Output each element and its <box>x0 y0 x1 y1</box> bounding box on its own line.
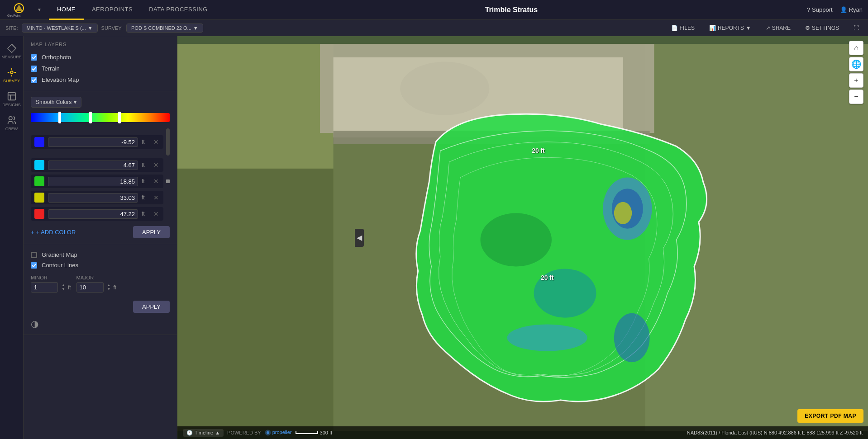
contour-lines-checkbox[interactable] <box>31 262 37 269</box>
files-btn[interactable]: 📄 FILES <box>668 24 698 33</box>
color-remove-4[interactable]: ✕ <box>153 194 160 201</box>
layer-terrain: Terrain <box>31 63 170 74</box>
support-btn[interactable]: ? Support <box>807 6 833 13</box>
map-svg: 20 ft 20 ft <box>177 36 868 439</box>
svg-rect-11 <box>177 169 334 431</box>
chevron-down-icon: ▼ <box>88 25 93 31</box>
svg-line-5 <box>12 44 16 48</box>
nav-aeropoints[interactable]: AEROPOINTS <box>84 0 141 20</box>
svg-text:GeoPoint: GeoPoint <box>7 14 20 17</box>
map-layers-section: MAP LAYERS Orthophoto Terrain Elevation … <box>24 36 177 91</box>
check-icon <box>32 78 36 82</box>
share-btn[interactable]: ↗ SHARE <box>762 24 794 33</box>
gradient-handle-2[interactable] <box>89 112 92 123</box>
survey-selector[interactable]: POD S COMBINED 22 O... ▼ <box>126 24 203 33</box>
propeller-logo: propeller <box>265 430 292 436</box>
major-input-row: ▲ ▼ ft <box>76 282 117 293</box>
svg-point-23 <box>614 202 632 224</box>
color-value-2[interactable] <box>48 160 138 170</box>
color-swatch-5[interactable] <box>34 209 44 219</box>
color-swatch-1[interactable] <box>34 137 44 147</box>
svg-text:20 ft: 20 ft <box>532 147 545 154</box>
sidebar-item-measure[interactable]: MEASURE <box>1 40 23 63</box>
orthophoto-label: Orthophoto <box>42 54 71 61</box>
color-value-1[interactable] <box>48 137 138 147</box>
major-input[interactable] <box>76 282 104 293</box>
color-remove-1[interactable]: ✕ <box>153 138 160 146</box>
color-remove-3[interactable]: ✕ <box>153 178 160 185</box>
logo-dropdown[interactable]: ▼ <box>37 7 42 12</box>
color-remove-2[interactable]: ✕ <box>153 161 160 169</box>
globe-btn[interactable]: 🌐 <box>849 57 863 71</box>
major-unit: ft <box>114 284 117 291</box>
timeline-btn[interactable]: 🕐 Timeline ▲ <box>183 429 224 437</box>
site-selector[interactable]: MINTO - WESTLAKE S (... ▼ <box>22 24 98 33</box>
color-remove-5[interactable]: ✕ <box>153 210 160 217</box>
nav-data-processing[interactable]: DATA PROCESSING <box>141 0 216 20</box>
contour-lines-label: Contour Lines <box>42 262 78 269</box>
main-content: MEASURE SURVEY DESIGNS CREW <box>0 36 868 439</box>
elevation-map-checkbox[interactable] <box>31 77 37 83</box>
chevron-left-icon: ◀ <box>357 233 362 242</box>
color-row-3: ft ✕ <box>31 175 163 188</box>
gradient-map-checkbox[interactable] <box>31 252 37 258</box>
reports-btn[interactable]: 📊 REPORTS ▼ <box>706 24 755 33</box>
color-value-3[interactable] <box>48 177 138 186</box>
nav-home[interactable]: HOME <box>49 0 84 20</box>
color-swatch-2[interactable] <box>34 160 44 170</box>
color-row-container-4: ft ✕ <box>31 191 170 204</box>
minor-unit: ft <box>68 284 71 291</box>
major-up-arrow[interactable]: ▲ <box>107 283 111 287</box>
elevation-section: Smooth Colors ▾ ft ✕ <box>24 91 177 244</box>
minor-major-row: MINOR ▲ ▼ ft MAJOR ▲ <box>31 270 170 297</box>
nav-right: ? Support 👤 Ryan <box>807 6 863 13</box>
sidebar-item-designs[interactable]: DESIGNS <box>1 88 23 111</box>
user-btn[interactable]: 👤 Ryan <box>840 6 863 13</box>
apply-colors-button[interactable]: APPLY <box>133 226 170 238</box>
gradient-map-row: Gradient Map <box>31 250 170 260</box>
gradient-handle-3[interactable] <box>118 112 121 123</box>
unit-label-3: ft <box>142 178 149 184</box>
sub-nav-actions: 📄 FILES 📊 REPORTS ▼ ↗ SHARE ⚙ SETTINGS ⛶ <box>668 24 863 33</box>
check-icon <box>32 56 36 59</box>
minor-input[interactable] <box>31 282 58 293</box>
color-swatch-4[interactable] <box>34 193 44 203</box>
minor-down-arrow[interactable]: ▼ <box>62 288 65 291</box>
scale-line <box>296 431 318 434</box>
survey-icon <box>7 67 17 77</box>
home-btn[interactable]: ⌂ <box>849 41 863 55</box>
export-pdf-button[interactable]: EXPORT PDF MAP <box>797 409 863 423</box>
chevron-down-icon: ▼ <box>746 25 751 31</box>
settings-btn[interactable]: ⚙ SETTINGS <box>801 24 843 33</box>
svg-point-21 <box>507 324 587 351</box>
add-color-button[interactable]: + + ADD COLOR <box>31 227 76 237</box>
sidebar-item-crew[interactable]: CREW <box>1 112 23 135</box>
gradient-bar[interactable] <box>31 113 170 122</box>
chevron-down-icon: ▼ <box>193 25 198 31</box>
major-down-arrow[interactable]: ▼ <box>107 288 111 291</box>
zoom-in-btn[interactable]: + <box>849 73 863 88</box>
ruler-icon <box>7 43 17 53</box>
major-spinners: ▲ ▼ <box>107 283 111 291</box>
color-value-5[interactable] <box>48 209 138 219</box>
sidebar-item-survey[interactable]: SURVEY <box>1 64 23 87</box>
site-label: SITE: <box>5 25 18 31</box>
gradient-handle-1[interactable] <box>58 112 61 123</box>
color-value-4[interactable] <box>48 193 138 203</box>
terrain-label: Terrain <box>42 65 60 72</box>
unit-label-2: ft <box>142 162 149 168</box>
brightness-icon[interactable]: ◑ <box>31 319 38 329</box>
minor-up-arrow[interactable]: ▲ <box>62 283 65 287</box>
panel-collapse-btn[interactable]: ◀ <box>355 229 364 247</box>
zoom-out-btn[interactable]: − <box>849 90 863 104</box>
color-mode-dropdown[interactable]: Smooth Colors ▾ <box>31 97 81 108</box>
terrain-checkbox[interactable] <box>31 66 37 72</box>
color-row-1: ft ✕ <box>31 135 163 149</box>
color-row-container-1: ft ✕ <box>31 128 170 156</box>
fullscreen-btn[interactable]: ⛶ <box>850 24 863 33</box>
orthophoto-checkbox[interactable] <box>31 54 37 61</box>
apply-contour-button[interactable]: APPLY <box>133 301 170 313</box>
color-swatch-3[interactable] <box>34 176 44 186</box>
home-icon: ⌂ <box>854 44 858 52</box>
main-nav: HOME AEROPOINTS DATA PROCESSING <box>49 0 216 20</box>
